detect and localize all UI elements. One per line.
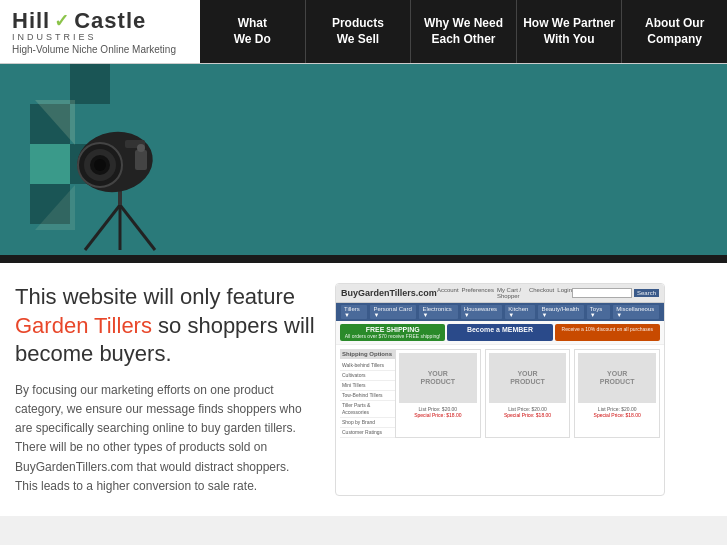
main-body-text: By focusing our marketing efforts on one… (15, 381, 315, 496)
main-heading-plain1: This website will only feature (15, 284, 295, 309)
promo-discount: Receive a 10% discount on all purchases (555, 324, 660, 341)
nav-why-label: Why We NeedEach Other (424, 16, 503, 47)
promo-free-shipping: FREE SHIPPING All orders over $70 receiv… (340, 324, 445, 341)
main-heading-accent: Garden Tillers (15, 313, 152, 338)
sidebar-heading: Shipping Options (340, 349, 395, 359)
product-special-2: Special Price: $18.00 (489, 412, 567, 418)
mockup-nav-personal: Personal Card ▼ (370, 305, 416, 319)
promo-member: Become a MEMBER (447, 324, 552, 341)
mockup-promo-bar: FREE SHIPPING All orders over $70 receiv… (336, 321, 664, 345)
site-header: Hill ✓ Castle INDUSTRIES High-Volume Nic… (0, 0, 727, 64)
sidebar-item-parts: Tiller Parts & Accessories (340, 401, 395, 418)
hero-left (0, 64, 240, 255)
mockup-header-links: Account Preferences My Cart / Shopper Ch… (437, 287, 572, 299)
nav-products-label: ProductsWe Sell (332, 16, 384, 47)
mockup-search-area: Search (572, 288, 659, 298)
product-special-3: Special Price: $18.00 (578, 412, 656, 418)
product-placeholder-1: YOURPRODUCT (399, 353, 477, 403)
sidebar-item-cultivators: Cultivators (340, 371, 395, 381)
sidebar-item-brands: Shop by Brand (340, 418, 395, 428)
mockup-url-label: BuyGardenTillers.com (341, 288, 437, 298)
mockup-nav-kitchen: Kitchen ▼ (505, 305, 535, 319)
product-placeholder-3: YOURPRODUCT (578, 353, 656, 403)
mockup-nav-beauty: Beauty/Health ▼ (538, 305, 583, 319)
site-mockup: BuyGardenTillers.com Account Preferences… (336, 284, 664, 442)
promo-shipping-label: FREE SHIPPING (343, 326, 442, 333)
sidebar-item-walkbehind: Walk-behind Tillers (340, 361, 395, 371)
main-nav: WhatWe Do ProductsWe Sell Why We NeedEac… (200, 0, 727, 63)
dark-separator-bar (0, 255, 727, 263)
sidebar-item-ratings: Customer Ratings (340, 428, 395, 438)
nav-products-we-sell[interactable]: ProductsWe Sell (306, 0, 412, 63)
promo-member-label: Become a MEMBER (450, 326, 549, 333)
product-placeholder-2: YOURPRODUCT (489, 353, 567, 403)
main-left-column: This website will only feature Garden Ti… (15, 283, 315, 496)
hero-banner: Feature Your Garden Tillers Product Line… (0, 64, 727, 255)
mockup-nav-toys: Toys ▼ (587, 305, 610, 319)
mockup-nav-bar: Tillers ▼ Personal Card ▼ Electronics ▼ … (336, 303, 664, 321)
mockup-main-area: Shipping Options Walk-behind Tillers Cul… (336, 345, 664, 442)
promo-discount-label: Receive a 10% discount on all purchases (558, 326, 657, 332)
mockup-sidebar: Shipping Options Walk-behind Tillers Cul… (340, 349, 395, 438)
svg-rect-12 (135, 150, 147, 170)
nav-what-we-do-label: WhatWe Do (234, 16, 271, 47)
logo-industries: INDUSTRIES (12, 32, 188, 42)
mockup-search-input[interactable] (572, 288, 632, 298)
product-special-1: Special Price: $18.00 (399, 412, 477, 418)
svg-line-1 (120, 205, 155, 250)
mockup-link-4: Checkout (529, 287, 554, 299)
sidebar-item-towbehind: Tow-Behind Tillers (340, 391, 395, 401)
nav-about-label: About OurCompany (645, 16, 704, 47)
nav-what-we-do[interactable]: WhatWe Do (200, 0, 306, 63)
promo-shipping-sub: All orders over $70 receive FREE shippin… (343, 333, 442, 339)
main-heading: This website will only feature Garden Ti… (15, 283, 315, 369)
logo-checkmark-icon: ✓ (54, 10, 70, 32)
svg-marker-10 (35, 185, 75, 230)
logo-tagline: High-Volume Niche Online Marketing (12, 44, 188, 55)
mockup-nav-housewares: Housewares ▼ (461, 305, 503, 319)
sidebar-item-mini: Mini Tillers (340, 381, 395, 391)
main-content: This website will only feature Garden Ti… (0, 263, 727, 516)
nav-how-we-partner[interactable]: How We PartnerWith You (517, 0, 623, 63)
nav-partner-label: How We PartnerWith You (523, 16, 615, 47)
product-card-3: YOURPRODUCT List Price: $20.00 Special P… (574, 349, 660, 438)
mockup-link-1: Account (437, 287, 459, 299)
mockup-nav-electronics: Electronics ▼ (419, 305, 457, 319)
mockup-search-button[interactable]: Search (634, 289, 659, 297)
svg-line-0 (85, 205, 120, 250)
mockup-link-2: Preferences (462, 287, 494, 299)
mockup-link-3: My Cart / Shopper (497, 287, 526, 299)
mockup-link-5: Login (557, 287, 572, 299)
logo: Hill ✓ Castle (12, 8, 188, 34)
product-card-1: YOURPRODUCT List Price: $20.00 Special P… (395, 349, 481, 438)
svg-point-13 (137, 144, 145, 152)
svg-marker-9 (35, 100, 75, 145)
mockup-nav-misc: Miscellaneous ▼ (613, 305, 659, 319)
nav-about[interactable]: About OurCompany (622, 0, 727, 63)
site-mockup-container: BuyGardenTillers.com Account Preferences… (335, 283, 665, 496)
mockup-products-grid: YOURPRODUCT List Price: $20.00 Special P… (395, 349, 660, 438)
svg-point-8 (94, 159, 106, 171)
logo-hill: Hill (12, 8, 50, 34)
mockup-nav-tillers: Tillers ▼ (341, 305, 367, 319)
logo-area: Hill ✓ Castle INDUSTRIES High-Volume Nic… (0, 0, 200, 63)
logo-castle: Castle (74, 8, 146, 34)
product-card-2: YOURPRODUCT List Price: $20.00 Special P… (485, 349, 571, 438)
spotlight-icon (25, 90, 215, 255)
nav-why-we-need[interactable]: Why We NeedEach Other (411, 0, 517, 63)
mockup-header-bar: BuyGardenTillers.com Account Preferences… (336, 284, 664, 303)
